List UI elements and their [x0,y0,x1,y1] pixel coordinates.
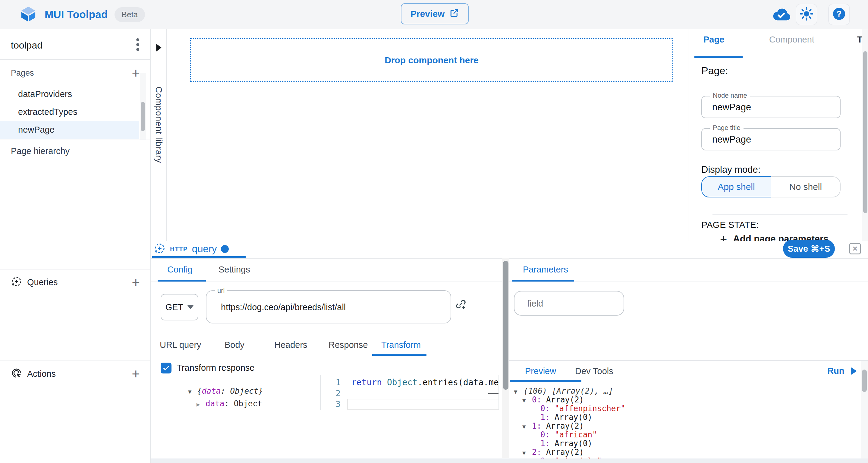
tab-response[interactable]: Response [329,340,368,350]
project-menu-icon[interactable] [135,38,140,53]
check-icon [162,364,170,372]
display-mode-app-shell[interactable]: App shell [701,176,771,197]
close-panel-button[interactable]: × [849,243,861,254]
dropzone-hint: Drop component here [384,55,478,65]
http-method-select[interactable]: GET [161,294,198,320]
json-row[interactable]: ▼0: Array(2) [514,395,584,404]
add-icon: + [720,233,727,241]
parameter-input[interactable] [527,291,615,316]
inspector-heading: Page: [701,65,728,76]
parameter-field[interactable] [514,291,624,316]
page-title-input[interactable] [712,129,833,150]
display-mode-no-shell[interactable]: No shell [771,176,841,197]
add-action-button[interactable]: + [132,367,140,381]
query-editor-panel: HTTP query Save ⌘+S × Config Settings GE… [151,241,868,463]
json-row[interactable]: 1: Array(0) [514,413,592,422]
toolpad-app: MUI Toolpad Beta Preview [0,0,868,463]
tab-dev-tools[interactable]: Dev Tools [575,366,613,376]
cloud-synced-icon [771,7,792,24]
json-row[interactable]: 0: "affenpinscher" [514,404,625,413]
inspector-scrollbar[interactable] [862,29,868,241]
tab-url-query[interactable]: URL query [160,340,201,350]
transform-response-label: Transform response [177,363,254,373]
close-icon: × [852,244,858,253]
brand-title: MUI Toolpad [44,8,108,21]
page-title-field[interactable]: Page title [701,128,841,150]
add-query-button[interactable]: + [132,275,140,289]
help-icon: ? [832,7,846,22]
display-mode-label: Display mode: [701,164,761,175]
project-title: toolpad [11,40,42,51]
page-canvas: Drop component here [167,29,688,241]
result-json-tree: ▼(106) [Array(2), …] ▼0: Array(2) 0: "af… [509,386,859,459]
tab-headers[interactable]: Headers [274,340,307,350]
sidebar-item-newpage[interactable]: newPage [0,121,139,138]
transform-response-checkbox[interactable] [161,363,172,373]
svg-text:?: ? [837,9,842,19]
chevron-down-icon [187,305,193,309]
code-line-1: return Object.entries(data.messag [351,377,499,387]
page-state-label: PAGE STATE: [701,220,758,230]
editor-cursor-mark [488,393,498,394]
current-line-highlight [347,399,499,410]
json-row[interactable]: ▼1: Array(2) [514,422,584,430]
node-name-field[interactable]: Node name [701,96,841,118]
tab-transform[interactable]: Transform [381,340,421,350]
json-row[interactable]: 0: "african" [514,430,597,439]
url-input[interactable] [220,291,441,323]
actions-section-label[interactable]: Actions [27,369,56,379]
brightness-icon [800,7,813,22]
expand-chevron-icon[interactable] [156,44,162,53]
pages-scrollbar[interactable] [140,73,146,140]
tab-component[interactable]: Component [769,35,814,44]
url-field[interactable]: url [206,290,451,323]
query-tab[interactable]: HTTP query [154,241,229,257]
tab-parameters[interactable]: Parameters [523,265,568,275]
scope-tree-data[interactable]: ▶data: Object [168,390,262,417]
help-button[interactable]: ? [828,4,850,25]
theme-toggle-button[interactable] [796,4,817,25]
page-tab-indicator [694,56,743,58]
panel-splitter-scrollbar[interactable] [502,258,509,458]
query-name-label: query [192,243,217,255]
node-name-input[interactable] [712,96,833,118]
unsaved-dot-indicator [221,245,229,253]
display-mode-toggle: App shell No shell [701,176,841,197]
results-scrollbar[interactable] [861,361,868,459]
tab-preview[interactable]: Preview [525,366,556,376]
bottom-strip [151,459,868,463]
sidebar-item-dataproviders[interactable]: dataProviders [0,85,139,103]
beta-badge: Beta [115,7,145,22]
actions-icon [11,367,22,380]
toolpad-logo-icon [19,4,38,25]
save-button[interactable]: Save ⌘+S [783,240,835,258]
pages-section-label: Pages [11,68,34,78]
tab-page[interactable]: Page [704,35,724,44]
queries-section-label[interactable]: Queries [27,277,58,287]
transform-code-editor[interactable]: 1 2 3 return Object.entries(data.messag [320,375,499,410]
run-button[interactable]: Run [827,366,857,376]
inspector-panel: Page Component Theme Page: Node name Pag… [688,29,868,241]
preview-button[interactable]: Preview [401,3,469,24]
external-link-icon [450,8,459,20]
drop-target-zone[interactable]: Drop component here [190,38,673,82]
add-page-button[interactable]: + [132,66,140,80]
sidebar-item-extractedtypes[interactable]: extractedTypes [0,103,139,121]
queries-icon [11,276,22,288]
json-row[interactable]: ▼(106) [Array(2), …] [514,387,613,396]
json-row[interactable]: 1: Array(0) [514,439,592,448]
tab-body[interactable]: Body [224,340,244,350]
json-row[interactable]: 0: "airedale" [514,456,602,459]
bind-link-icon[interactable] [455,298,467,312]
component-library-label: Component library [154,87,164,163]
json-row[interactable]: ▼2: Array(2) [514,447,584,457]
tab-config[interactable]: Config [167,265,193,275]
tab-settings[interactable]: Settings [218,265,250,275]
query-protocol-label: HTTP [170,245,188,253]
editor-gutter: 1 2 3 [321,375,347,410]
query-icon [154,242,166,256]
explorer-sidebar: toolpad Pages + dataProviders extractedT… [0,29,151,463]
play-icon [851,367,857,375]
page-hierarchy-label[interactable]: Page hierarchy [11,146,70,156]
top-bar: MUI Toolpad Beta Preview [0,0,868,29]
